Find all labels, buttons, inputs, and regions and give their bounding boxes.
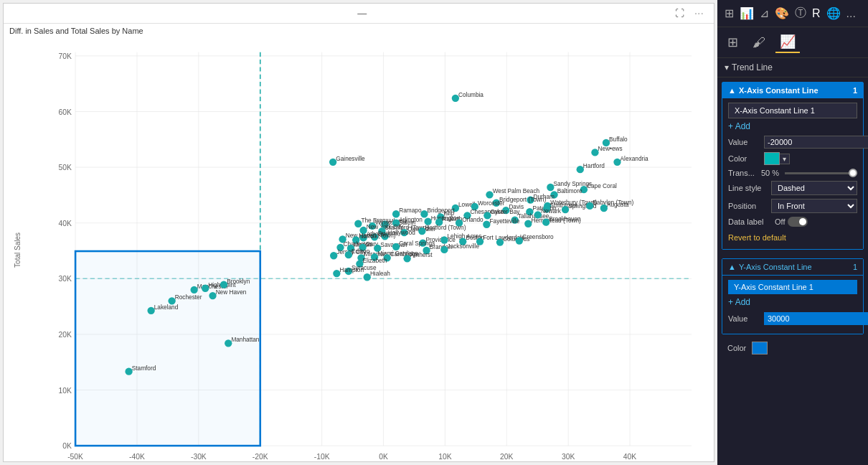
y-axis-label: Total Sales <box>14 232 22 268</box>
x-axis-linestyle-label: Line style <box>728 184 771 192</box>
chart-title: Diff. in Sales and Total Sales by Name <box>4 24 714 37</box>
panel-tabs: ⊞ 🖌 📈 <box>717 27 868 58</box>
x-axis-datalabel-off: Off <box>775 217 785 226</box>
x-axis-header: ▲ X-Axis Constant Line 1 <box>722 83 863 98</box>
svg-text:Hartford: Hartford <box>583 163 605 169</box>
y-axis-color-label-partial: Color <box>727 344 746 352</box>
svg-text:Hampton: Hampton <box>339 267 364 273</box>
svg-text:Columbia: Columbia <box>458 92 483 98</box>
y-axis-color-swatch-partial[interactable] <box>752 342 768 354</box>
x-axis-value-input[interactable] <box>764 136 868 149</box>
x-axis-constant-section: ▲ X-Axis Constant Line 1 X-Axis Constant… <box>722 82 864 250</box>
y-axis-color-row-partial: Color <box>717 339 868 357</box>
x-axis-header-num: 1 <box>853 86 857 95</box>
svg-text:Alexandria: Alexandria <box>621 156 648 162</box>
svg-text:Buffalo: Buffalo <box>609 136 628 143</box>
svg-text:Manhattan: Manhattan <box>231 337 259 343</box>
y-axis-body: Y-Axis Constant Line 1 + Add Value ✏ <box>722 276 863 334</box>
tab-grid[interactable]: ⊞ <box>723 32 742 53</box>
y-axis-add-btn[interactable]: + Add <box>728 297 750 307</box>
more-dots[interactable]: ... <box>845 4 857 22</box>
x-axis-position-select[interactable]: In Front <box>771 199 857 213</box>
svg-text:Ramapo: Ramapo <box>399 207 422 214</box>
x-axis-add-btn[interactable]: + Add <box>728 121 750 131</box>
y-axis-value-row: Value ✏ <box>728 311 857 326</box>
y-axis-header-num: 1 <box>853 263 857 271</box>
svg-text:20K: 20K <box>500 453 513 461</box>
x-axis-revert-btn[interactable]: Revert to default <box>728 230 786 245</box>
x-axis-position-row: Position In Front <box>728 199 857 213</box>
right-panel: ⊞ 📊 ⊿ 🎨 Ⓣ R 🌐 ... ⊞ 🖌 📈 ▾ Trend Line ▲ X… <box>717 0 868 465</box>
svg-text:Augusta: Augusta <box>607 202 629 208</box>
y-axis-header-label: Y-Axis Constant Line <box>739 263 812 271</box>
top-icons-row1: ⊞ 📊 ⊿ 🎨 Ⓣ R 🌐 ... <box>717 0 868 27</box>
svg-text:Rochester: Rochester <box>175 294 202 301</box>
y-axis-value-label: Value <box>728 314 764 323</box>
svg-text:0K: 0K <box>62 442 72 450</box>
icon-color[interactable]: 🎨 <box>773 4 791 22</box>
svg-text:-50K: -50K <box>67 453 83 461</box>
tab-brush[interactable]: 🖌 <box>748 32 770 53</box>
toolbar-center: — <box>354 6 369 20</box>
x-axis-color-swatch[interactable] <box>764 152 780 165</box>
svg-text:Baltimore: Baltimore <box>557 188 582 194</box>
svg-text:New•ews: New•ews <box>598 146 623 152</box>
x-axis-linestyle-select[interactable]: Dashed <box>771 181 857 195</box>
icon-r[interactable]: R <box>811 4 822 22</box>
x-axis-header-label: X-Axis Constant Line <box>739 86 819 95</box>
svg-text:40K: 40K <box>623 453 636 461</box>
svg-text:30K: 30K <box>59 275 72 283</box>
y-axis-collapse-icon: ▲ <box>728 263 736 271</box>
svg-text:Cape Coral: Cape Coral <box>587 183 617 189</box>
y-axis-named-btn[interactable]: Y-Axis Constant Line 1 <box>728 280 857 294</box>
svg-text:Newark: Newark <box>541 208 562 215</box>
svg-text:Brookhaven: Brookhaven <box>549 216 581 222</box>
icon-globe[interactable]: 🌐 <box>825 4 842 22</box>
x-axis-datalabel-toggle[interactable] <box>788 217 808 227</box>
y-axis-value-input[interactable] <box>764 312 868 325</box>
x-axis-datalabel-row: Data label Off <box>728 217 857 227</box>
icon-chart[interactable]: 📊 <box>738 4 755 22</box>
trend-chevron: ▾ <box>725 62 729 72</box>
x-axis-trans-slider[interactable] <box>785 172 857 174</box>
svg-text:40K: 40K <box>59 220 72 227</box>
svg-text:Hartford (Town): Hartford (Town) <box>425 225 466 231</box>
svg-text:-30K: -30K <box>191 453 207 461</box>
svg-text:50K: 50K <box>59 164 72 172</box>
svg-text:Amherst: Amherst <box>410 252 433 258</box>
svg-text:Arlington: Arlington <box>399 217 423 223</box>
svg-text:Oyster Bay: Oyster Bay <box>491 209 521 215</box>
x-axis-color-dropdown[interactable]: ▾ <box>780 154 790 164</box>
toolbar-more-icon[interactable]: ··· <box>690 6 708 22</box>
chart-svg: .grid-line { stroke: #e0e0e0; stroke-wid… <box>31 37 714 465</box>
icon-text[interactable]: Ⓣ <box>793 4 808 22</box>
x-axis-trans-label: Trans... <box>728 169 758 177</box>
icon-filter[interactable]: ⊿ <box>758 4 770 22</box>
x-axis-named-btn[interactable]: X-Axis Constant Line 1 <box>728 103 857 118</box>
y-axis-header: ▲ Y-Axis Constant Line 1 <box>722 259 863 276</box>
svg-text:70K: 70K <box>59 52 72 60</box>
icon-table[interactable]: ⊞ <box>723 4 735 22</box>
svg-text:Greensboro: Greensboro <box>522 234 554 240</box>
x-axis-color-label: Color <box>728 154 764 163</box>
svg-text:Bridgeport (Town): Bridgeport (Town) <box>499 197 546 203</box>
svg-text:Fayetteville: Fayetteville <box>489 218 519 225</box>
svg-text:Brooklyn: Brooklyn <box>227 278 250 285</box>
svg-text:New Haven: New Haven <box>216 289 247 296</box>
svg-text:60K: 60K <box>59 108 72 116</box>
y-axis-constant-section: ▲ Y-Axis Constant Line 1 Y-Axis Constant… <box>722 258 864 334</box>
toolbar-collapse-icon[interactable]: — <box>354 6 369 20</box>
x-axis-trans-pct: 50 % <box>761 169 779 177</box>
svg-text:Lakeland: Lakeland <box>154 304 179 311</box>
toolbar-expand-icon[interactable]: ⛶ <box>672 6 687 22</box>
x-axis-position-label: Position <box>728 202 771 210</box>
svg-text:-20K: -20K <box>253 453 268 461</box>
svg-text:Gainesville: Gainesville <box>336 156 365 162</box>
x-axis-linestyle-row: Line style Dashed <box>728 181 857 195</box>
svg-text:Orlando: Orlando <box>462 217 483 223</box>
tab-analytics[interactable]: 📈 <box>775 32 800 53</box>
x-axis-trans-row: Trans... 50 % <box>728 169 857 177</box>
chart-container: — ⛶ ··· Diff. in Sales and Total Sales b… <box>3 3 714 462</box>
svg-text:30K: 30K <box>562 453 575 461</box>
x-axis-value-label: Value <box>728 138 764 146</box>
